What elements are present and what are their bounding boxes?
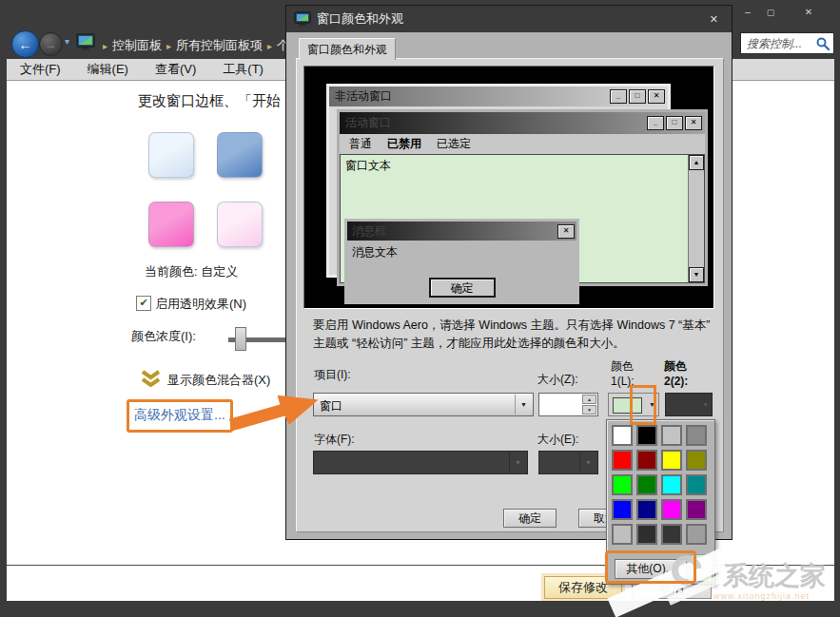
palette-grid [612, 425, 707, 545]
bg-close-button[interactable]: ✕ [799, 6, 818, 19]
preview-msgbox-body: 消息文本 确定 [347, 241, 576, 301]
size-z-spinner[interactable]: ▲ ▼ [538, 393, 598, 416]
search-icon[interactable] [816, 37, 830, 50]
palette-color[interactable] [636, 425, 657, 446]
close-icon: ✕ [648, 89, 665, 104]
watermark-caption: www.xitongzhijia.net [713, 591, 810, 601]
palette-color[interactable] [636, 474, 657, 495]
palette-color[interactable] [686, 524, 707, 545]
color2-label-line2: 2(2): [664, 375, 688, 388]
menu-tools[interactable]: 工具(T) [223, 61, 264, 78]
maximize-icon: □ [629, 89, 646, 104]
palette-color[interactable] [612, 499, 633, 520]
preview-window-text: 窗口文本 [345, 158, 391, 174]
palette-color[interactable] [661, 425, 682, 446]
preview-scrollbar: ▲ ▼ [688, 155, 704, 282]
spin-up-icon[interactable]: ▲ [582, 395, 596, 404]
back-arrow-icon: ← [19, 37, 32, 52]
palette-color[interactable] [661, 474, 682, 495]
palette-color[interactable] [661, 450, 682, 471]
preview-active-title: 活动窗口 [340, 115, 391, 131]
transparency-checkbox[interactable]: ✔ [136, 296, 151, 311]
preview-window-buttons: _ □ ✕ [647, 116, 702, 130]
search-placeholder: 搜索控制... [747, 36, 802, 52]
mixer-label[interactable]: 显示颜色混合器(X) [167, 372, 270, 389]
palette-color[interactable] [636, 499, 657, 520]
item-label: 项目(I): [314, 367, 351, 383]
item-select[interactable]: 窗口 ▼ [313, 393, 534, 416]
palette-color[interactable] [686, 450, 707, 471]
palette-color[interactable] [686, 499, 707, 520]
palette-color[interactable] [636, 450, 657, 471]
annotation-box-other-button [605, 550, 696, 584]
intensity-label: 颜色浓度(I): [131, 328, 196, 345]
palette-color[interactable] [661, 524, 682, 545]
color2-button: ▼ [665, 393, 713, 416]
screen: – ▢ ✕ ← → ▾ ▸ 控制面板 ▸ 所有控制面板项 ▸ 个 搜索控制...… [0, 0, 840, 617]
breadcrumb-control-panel[interactable]: 控制面板 [112, 37, 162, 54]
menu-view[interactable]: 查看(V) [155, 61, 196, 78]
tab-window-color[interactable]: 窗口颜色和外观 [299, 38, 396, 60]
color1-label-line1: 颜色 [611, 358, 634, 375]
intensity-slider-thumb[interactable] [235, 327, 246, 351]
check-icon: ✔ [139, 297, 147, 308]
nav-dropdown-icon[interactable]: ▾ [65, 36, 69, 47]
chevron-double-down-icon[interactable] [140, 370, 162, 387]
appearance-preview: 非活动窗口 _ □ ✕ 活动窗口 _ □ ✕ [303, 66, 714, 309]
bottom-bar [0, 601, 840, 617]
close-icon: ✕ [685, 116, 702, 130]
chevron-down-icon: ▼ [509, 453, 526, 472]
search-input[interactable]: 搜索控制... [740, 32, 834, 54]
preview-active-titlebar: 活动窗口 _ □ ✕ [340, 112, 705, 134]
size-e-select: ▼ [538, 451, 598, 474]
palette-color[interactable] [686, 474, 707, 495]
color-swatch-pink[interactable] [148, 202, 194, 247]
preview-inactive-title: 非活动窗口 [329, 88, 392, 105]
color-swatch-pale-pink[interactable] [217, 202, 263, 247]
minimize-icon: _ [610, 89, 627, 104]
palette-color[interactable] [661, 499, 682, 520]
chevron-down-icon: ▼ [579, 453, 596, 472]
menu-edit[interactable]: 编辑(E) [88, 61, 128, 78]
palette-color[interactable] [612, 425, 633, 446]
breadcrumb-all-items[interactable]: 所有控制面板项 [176, 37, 263, 54]
palette-color[interactable] [612, 474, 633, 495]
preview-msgbox-titlebar: 消息框 ✕ [347, 222, 576, 241]
breadcrumb-arrow-icon: ▸ [267, 41, 272, 51]
chevron-down-icon[interactable]: ▼ [515, 395, 532, 415]
back-button[interactable]: ← [11, 30, 39, 58]
color-swatch-blue[interactable] [217, 132, 263, 178]
dialog-titlebar[interactable]: 窗口颜色和外观 ✕ [286, 6, 732, 32]
preview-ok-button: 确定 [429, 278, 496, 298]
breadcrumb-arrow-icon: ▸ [103, 41, 107, 51]
size-e-label: 大小(E): [537, 432, 578, 448]
bg-minimize-button[interactable]: – [738, 6, 757, 19]
aero-note: 要启用 Windows Aero，请选择 Windows 主题。只有选择 Win… [313, 317, 722, 353]
bg-maximize-button[interactable]: ▢ [761, 6, 780, 19]
palette-color[interactable] [636, 524, 657, 545]
page-title: 更改窗口边框、「开始 [138, 92, 281, 110]
preview-inactive-titlebar: 非活动窗口 _ □ ✕ [329, 87, 668, 106]
forward-button[interactable]: → [39, 32, 63, 56]
size-z-label: 大小(Z): [537, 372, 578, 388]
preview-msgbox-title: 消息框 [347, 223, 386, 240]
dialog-ok-button[interactable]: 确定 [503, 509, 557, 528]
spin-down-icon[interactable]: ▼ [582, 405, 596, 415]
transparency-label: 启用透明效果(N) [155, 296, 246, 313]
preview-menu-normal: 普通 [349, 136, 372, 152]
chevron-down-icon: ▼ [702, 401, 709, 408]
palette-color[interactable] [612, 524, 633, 545]
dialog-close-button[interactable]: ✕ [710, 13, 718, 26]
color-swatch-light-blue[interactable] [148, 132, 194, 178]
dialog-title: 窗口颜色和外观 [317, 10, 403, 28]
color2-label-line1: 颜色 [664, 358, 687, 375]
menu-file[interactable]: 文件(F) [20, 61, 61, 78]
palette-color[interactable] [612, 450, 633, 471]
font-label: 字体(F): [314, 432, 355, 448]
preview-window-buttons: _ □ ✕ [610, 89, 665, 104]
close-icon: ✕ [557, 224, 575, 239]
palette-color[interactable] [686, 425, 707, 446]
current-color-label: 当前颜色: 自定义 [145, 263, 238, 280]
breadcrumb: ▸ 控制面板 ▸ 所有控制面板项 ▸ 个 [98, 37, 289, 54]
preview-menu-selected: 已选定 [437, 136, 471, 152]
